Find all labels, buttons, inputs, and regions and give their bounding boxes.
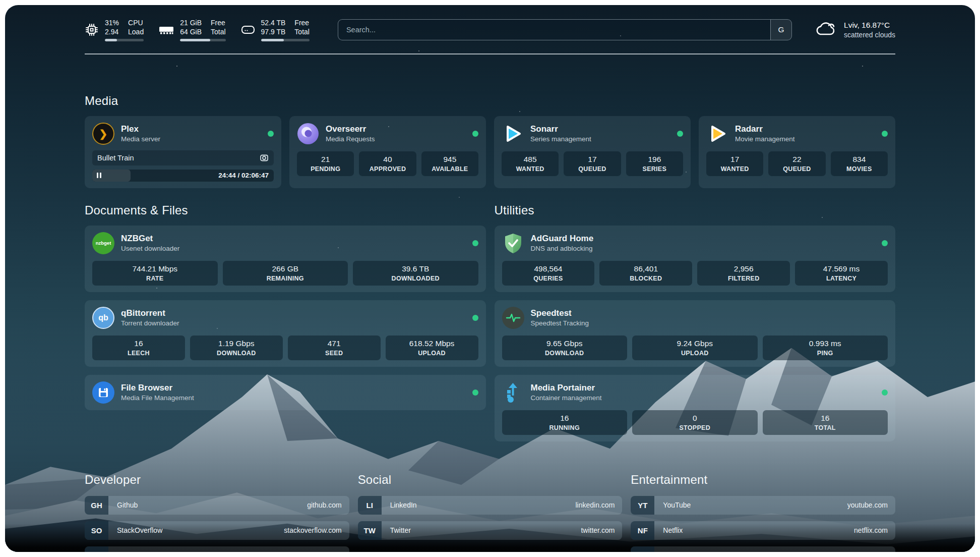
service-card-sonarr[interactable]: Sonarr Series management 485WANTED 17QUE… — [494, 116, 691, 188]
section-title-media: Media — [85, 94, 895, 108]
stat-upload: 618.52 MbpsUPLOAD — [386, 336, 478, 360]
bookmark-url: youtube.com — [847, 496, 888, 515]
service-name: qBittorrent — [121, 308, 179, 318]
media-grid: ❯ Plex Media server Bullet Train — [85, 116, 895, 188]
service-name: Media Portainer — [531, 383, 602, 393]
service-desc: Container management — [531, 394, 602, 402]
cpu-usage-value: 31% — [105, 18, 119, 27]
status-dot — [472, 389, 478, 396]
weather-widget: Lviv, 16.87°C scattered clouds — [814, 20, 895, 39]
snow-specks — [5, 5, 6, 6]
memory-widget: 21 GiB 64 GiB Free Total — [159, 18, 225, 41]
stat-series: 196SERIES — [626, 151, 683, 176]
bookmark-abbr: SO — [85, 521, 108, 540]
status-dot — [268, 131, 274, 137]
service-name: AdGuard Home — [531, 234, 594, 244]
stat-stopped: 0STOPPED — [632, 410, 758, 435]
search-provider-button[interactable]: G — [770, 20, 791, 40]
disk-free-label: Free — [294, 18, 310, 27]
status-dot — [677, 131, 683, 137]
stat-wanted: 485WANTED — [502, 151, 559, 176]
bookmark-linkedin[interactable]: LI LinkedIn linkedin.com — [358, 496, 623, 515]
weather-location-temp: Lviv, 16.87°C — [844, 21, 895, 30]
nzbget-icon: nzbget — [92, 232, 114, 254]
service-card-adguard[interactable]: AdGuard Home DNS and adblocking 498,564Q… — [495, 226, 896, 292]
header-divider — [85, 53, 895, 54]
cpu-widget: 31% 2.94 CPU Load — [85, 18, 144, 41]
stat-downloaded: 39.6 TBDOWNLOADED — [353, 261, 478, 286]
service-card-portainer[interactable]: Media Portainer Container management 16R… — [495, 375, 896, 441]
status-dot — [882, 240, 888, 246]
service-name: File Browser — [121, 383, 194, 393]
stat-filtered: 2,956FILTERED — [697, 261, 790, 286]
cpu-icon — [85, 23, 99, 37]
disk-free-value: 52.4 TB — [261, 18, 286, 27]
search-bar[interactable]: G — [338, 19, 792, 40]
stat-queued: 22QUEUED — [768, 151, 825, 176]
bookmark-url: linkedin.com — [576, 496, 615, 515]
service-name: NZBGet — [121, 234, 179, 244]
disk-total-label: Total — [294, 27, 310, 36]
status-dot — [472, 315, 478, 321]
bookmark-stackoverflow[interactable]: SO StackOverflow stackoverflow.com — [85, 521, 349, 540]
stat-wanted: 17WANTED — [706, 151, 763, 176]
bookmark-github[interactable]: GH Github github.com — [85, 496, 349, 515]
service-desc: Media Requests — [326, 135, 375, 143]
stat-leech: 16LEECH — [92, 336, 185, 360]
bookmark-name: YouTube — [663, 496, 691, 515]
disk-widget: 52.4 TB 97.9 TB Free Total — [241, 18, 310, 41]
stat-download: 9.65 GbpsDOWNLOAD — [502, 336, 628, 360]
top-bar: 31% 2.94 CPU Load — [85, 18, 895, 41]
stat-rate: 744.21 MbpsRATE — [92, 261, 218, 286]
service-name: Plex — [121, 124, 160, 134]
memory-free-label: Free — [211, 18, 226, 27]
memory-total-label: Total — [211, 27, 226, 36]
service-card-qbittorrent[interactable]: qb qBittorrent Torrent downloader 16LEEC… — [85, 300, 486, 367]
status-dot — [882, 389, 888, 396]
bookmark-youtube[interactable]: YT YouTube youtube.com — [631, 496, 895, 515]
memory-icon — [159, 24, 174, 35]
bookmark-netflix[interactable]: NF Netflix netflix.com — [631, 521, 895, 540]
service-card-speedtest[interactable]: Speedtest Speedtest Tracking 9.65 GbpsDO… — [495, 300, 896, 367]
cpu-load-value: 2.94 — [105, 27, 119, 36]
service-card-radarr[interactable]: Radarr Movie management 17WANTED 22QUEUE… — [699, 116, 895, 188]
bookmark-abbr: DT — [85, 546, 108, 552]
bookmark-dev[interactable]: DT DEV dev.to — [85, 546, 349, 552]
stat-upload: 9.24 GbpsUPLOAD — [632, 336, 758, 360]
bookmark-abbr: GH — [85, 496, 108, 515]
bookmark-name: Reddit — [663, 546, 683, 552]
stat-ping: 0.993 msPING — [763, 336, 888, 360]
service-card-nzbget[interactable]: nzbget NZBGet Usenet downloader 744.21 M… — [85, 226, 486, 292]
plex-playback-time: 24:44 / 02:06:47 — [218, 172, 269, 179]
bookmark-url: netflix.com — [854, 521, 888, 540]
service-card-plex[interactable]: ❯ Plex Media server Bullet Train — [85, 116, 281, 188]
service-desc: Media File Management — [121, 394, 194, 402]
status-dot — [472, 240, 478, 246]
search-input[interactable] — [338, 26, 770, 34]
camera-icon — [260, 153, 269, 162]
documents-column: Documents & Files nzbget NZBGet Usenet d… — [85, 203, 486, 410]
bookmark-reddit[interactable]: RE Reddit reddit.com — [631, 546, 895, 552]
service-name: Speedtest — [531, 308, 589, 318]
cloud-icon — [814, 20, 837, 39]
plex-icon: ❯ — [92, 123, 114, 145]
stat-running: 16RUNNING — [502, 410, 628, 435]
memory-usage-bar — [180, 39, 225, 41]
service-desc: Usenet downloader — [121, 245, 179, 252]
bookmark-abbr: RE — [631, 546, 654, 552]
stat-latency: 47.569 msLATENCY — [795, 261, 888, 286]
service-desc: Torrent downloader — [121, 319, 179, 327]
section-title-documents: Documents & Files — [85, 203, 486, 217]
memory-total-value: 64 GiB — [180, 27, 202, 36]
bookmark-twitter[interactable]: TW Twitter twitter.com — [358, 521, 623, 540]
service-desc: Movie management — [735, 135, 795, 143]
status-dot — [882, 131, 888, 137]
filebrowser-icon — [92, 381, 114, 404]
bookmark-abbr: LI — [358, 496, 382, 515]
service-card-filebrowser[interactable]: File Browser Media File Management — [85, 375, 486, 410]
qbittorrent-icon: qb — [92, 307, 114, 329]
service-card-overseerr[interactable]: Overseerr Media Requests 21PENDING 40APP… — [289, 116, 486, 188]
service-name: Sonarr — [530, 124, 591, 134]
service-desc: Series management — [530, 135, 591, 143]
bookmark-name: DEV — [117, 546, 132, 552]
